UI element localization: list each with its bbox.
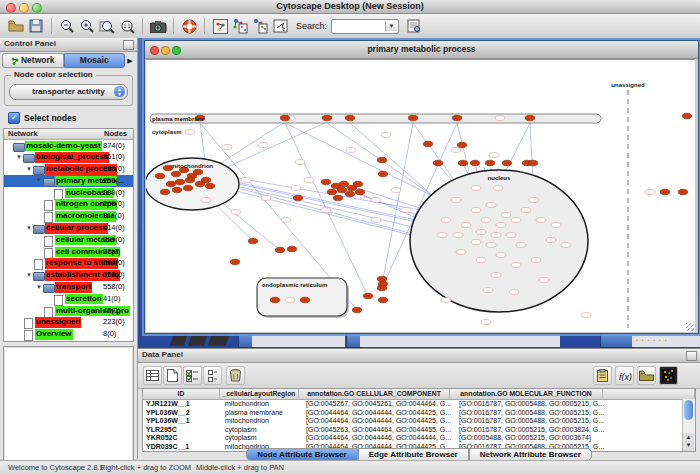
graph-node-label[interactable] xyxy=(471,240,481,245)
background-window-fragment[interactable] xyxy=(252,333,345,347)
graph-node[interactable] xyxy=(205,183,214,189)
tabs-overflow-icon[interactable]: ▶ xyxy=(125,57,135,65)
graph-node[interactable] xyxy=(352,307,361,313)
expand-arrow-icon[interactable]: ▼ xyxy=(26,166,32,172)
import-attributes-icon[interactable] xyxy=(637,366,656,385)
zoom-in-icon[interactable] xyxy=(78,17,96,35)
graph-node-label[interactable] xyxy=(483,288,493,293)
tree-row[interactable]: unassigned223(0) xyxy=(4,317,133,329)
float-panel-icon[interactable] xyxy=(123,40,134,50)
table-row[interactable]: YKR052Ccytoplasm[GO:0044464, GO:0044446,… xyxy=(143,434,695,443)
graph-node-label[interactable] xyxy=(461,223,471,228)
graph-node-label[interactable] xyxy=(481,320,491,325)
graph-edge[interactable] xyxy=(285,123,451,205)
tree-column-network[interactable]: Network xyxy=(8,129,38,138)
expand-arrow-icon[interactable]: ▼ xyxy=(26,272,32,278)
expand-arrow-icon[interactable]: ▼ xyxy=(36,177,42,183)
graph-node-label[interactable] xyxy=(496,223,506,228)
graph-node-label[interactable] xyxy=(291,186,301,191)
attribute-checklist-icon[interactable] xyxy=(183,366,202,385)
graph-edge[interactable] xyxy=(216,198,280,250)
tree-column-nodes[interactable]: Nodes xyxy=(104,129,127,138)
graph-node-label[interactable] xyxy=(304,178,314,183)
save-session-icon[interactable] xyxy=(27,17,45,35)
import-network-icon[interactable] xyxy=(231,17,249,35)
tree-row[interactable]: ▼primary metabo209(... xyxy=(4,175,133,187)
graph-node-label[interactable] xyxy=(486,243,496,248)
graph-node-label[interactable] xyxy=(258,143,268,148)
tree-row-label[interactable]: cellular process xyxy=(45,223,108,234)
graph-node-label[interactable] xyxy=(495,116,505,121)
graph-node[interactable] xyxy=(300,297,309,303)
tree-row[interactable]: mosaic-demo-yeast874(0) xyxy=(4,140,133,152)
tree-row-label[interactable]: unassigned xyxy=(35,317,81,328)
background-window-fragment[interactable] xyxy=(360,333,560,347)
graph-node[interactable] xyxy=(678,189,687,195)
graph-node-label[interactable] xyxy=(489,153,499,158)
search-dropdown-icon[interactable]: ▼ xyxy=(385,21,397,31)
graph-node-label[interactable] xyxy=(451,148,461,153)
graph-node[interactable] xyxy=(248,238,257,244)
node-color-dropdown[interactable]: transporter activity ▲▼ xyxy=(9,84,128,100)
tree-row-label[interactable]: transport xyxy=(55,282,92,293)
table-cell[interactable]: [GO:0044464, GO:0044446, GO:0044444, G..… xyxy=(303,434,456,443)
graph-node[interactable] xyxy=(230,259,239,265)
table-cell[interactable]: YPL036W__2 xyxy=(143,409,222,418)
graph-node[interactable] xyxy=(287,246,296,252)
graph-node-label[interactable] xyxy=(539,278,549,283)
graph-node[interactable] xyxy=(175,179,184,185)
vizmapper-icon[interactable] xyxy=(271,17,289,35)
graph-node[interactable] xyxy=(193,169,202,175)
graph-node[interactable] xyxy=(270,297,279,303)
new-attribute-icon[interactable] xyxy=(163,366,182,385)
background-window-fragment[interactable] xyxy=(208,333,230,346)
zoom-actual-size-icon[interactable]: 1:1 xyxy=(118,17,136,35)
graph-node-label[interactable] xyxy=(222,145,232,150)
window-titlebar[interactable]: Cytoscape Desktop (New Session) xyxy=(0,0,700,14)
graph-node-label[interactable] xyxy=(261,196,271,201)
graph-node[interactable] xyxy=(201,177,210,183)
table-cell[interactable]: YPL036W__1 xyxy=(143,417,222,426)
graph-node-label[interactable] xyxy=(561,243,571,248)
tree-row-label[interactable]: Overview xyxy=(35,329,73,340)
graph-node-label[interactable] xyxy=(295,160,305,165)
table-cell[interactable]: cytoplasm xyxy=(222,426,303,435)
table-scrollbar[interactable]: ▲▼ xyxy=(682,399,695,451)
graph-node[interactable] xyxy=(345,191,354,197)
graph-node-label[interactable] xyxy=(391,188,401,193)
table-row[interactable]: YLR295Ccytoplasm[GO:0045263, GO:0044464,… xyxy=(143,426,695,435)
tree-row[interactable]: ▼metabolic process280(0) xyxy=(4,164,133,176)
graph-node-label[interactable] xyxy=(371,198,381,203)
tree-row[interactable]: response to stimul264(0) xyxy=(4,258,133,270)
graph-node[interactable] xyxy=(171,171,180,177)
table-header-cell[interactable]: annotation.GO CELLULAR_COMPONENT xyxy=(299,389,450,399)
graph-node[interactable] xyxy=(333,195,342,201)
tree-row-label[interactable]: mosaic-demo-yeast xyxy=(25,141,102,152)
graph-node[interactable] xyxy=(485,160,494,166)
table-cell[interactable]: YLR295C xyxy=(143,426,222,435)
graph-node-label[interactable] xyxy=(551,223,561,228)
table-cell[interactable]: [GO:0016787, GO:0005488, GO:0005215, G..… xyxy=(456,409,611,418)
table-header-cell[interactable]: _cellularLayoutRegion xyxy=(220,389,299,399)
graph-node-label[interactable] xyxy=(285,298,295,303)
graph-node-label[interactable] xyxy=(371,218,381,223)
tab-mosaic[interactable]: Mosaic xyxy=(64,53,126,68)
graph-node-label[interactable] xyxy=(496,253,506,258)
table-row[interactable]: YPL036W__1mitochondrion[GO:0044464, GO:0… xyxy=(143,417,695,426)
tree-row[interactable]: ▼transport558(0) xyxy=(4,282,133,294)
graph-node-label[interactable] xyxy=(511,263,521,268)
tree-row[interactable]: multi-organism pro42(0) xyxy=(4,305,133,317)
graph-node[interactable] xyxy=(160,189,169,195)
table-cell[interactable]: [GO:0044464, GO:0044444, GO:0044425, G..… xyxy=(303,417,456,426)
select-nodes-checkbox[interactable]: ✓ xyxy=(8,112,20,124)
graph-node[interactable] xyxy=(337,187,346,193)
graph-node[interactable] xyxy=(166,181,175,187)
table-cell[interactable]: [GO:0016787, GO:0005488, GO:0005215, G..… xyxy=(456,417,611,426)
graph-node-label[interactable] xyxy=(491,273,501,278)
attribute-list-icon[interactable] xyxy=(203,366,222,385)
table-cell[interactable]: [GO:0005488, GO:0005215, GO:0003674] xyxy=(456,434,611,443)
graph-node[interactable] xyxy=(470,160,479,166)
graph-node-label[interactable] xyxy=(529,198,539,203)
tree-row[interactable]: secretion41(0) xyxy=(4,293,133,305)
graph-node-label[interactable] xyxy=(281,218,291,223)
